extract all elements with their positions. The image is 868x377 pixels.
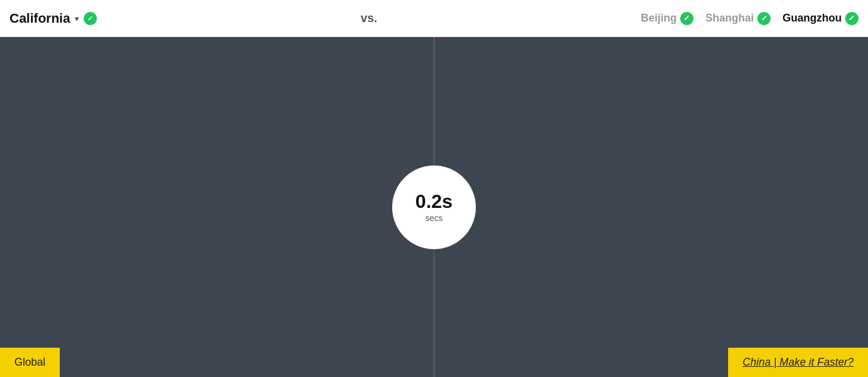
location-guangzhou[interactable]: Guangzhou ✓ <box>783 12 858 25</box>
china-label-suffix: ? <box>848 356 854 368</box>
guangzhou-label: Guangzhou <box>783 12 842 24</box>
guangzhou-check-icon: ✓ <box>845 12 858 25</box>
location-shanghai[interactable]: Shanghai ✓ <box>705 12 771 25</box>
global-label[interactable]: Global <box>0 348 60 377</box>
main-area: 0.2s secs Global China | Make it Faster? <box>0 37 868 377</box>
location-beijing[interactable]: Beijing ✓ <box>641 12 693 25</box>
time-value: 0.2s <box>415 191 453 212</box>
header-right: Beijing ✓ Shanghai ✓ Guangzhou ✓ <box>641 12 858 25</box>
beijing-check-icon: ✓ <box>680 12 693 25</box>
header-left: California ▾ ✓ <box>10 11 97 26</box>
california-check-icon: ✓ <box>84 12 97 25</box>
chevron-down-icon[interactable]: ▾ <box>75 14 79 23</box>
time-unit: secs <box>426 213 443 223</box>
vs-label: vs. <box>360 11 377 25</box>
beijing-label: Beijing <box>641 12 677 24</box>
shanghai-label: Shanghai <box>705 12 754 24</box>
global-label-text: Global <box>14 356 45 368</box>
location-title: California <box>10 11 70 26</box>
time-badge: 0.2s secs <box>392 165 476 249</box>
shanghai-check-icon: ✓ <box>757 12 771 25</box>
china-label-static: China | Make it <box>742 356 817 368</box>
header: California ▾ ✓ vs. Beijing ✓ Shanghai ✓ … <box>0 0 868 37</box>
china-label[interactable]: China | Make it Faster? <box>728 348 868 377</box>
china-label-link[interactable]: Faster <box>817 356 848 368</box>
